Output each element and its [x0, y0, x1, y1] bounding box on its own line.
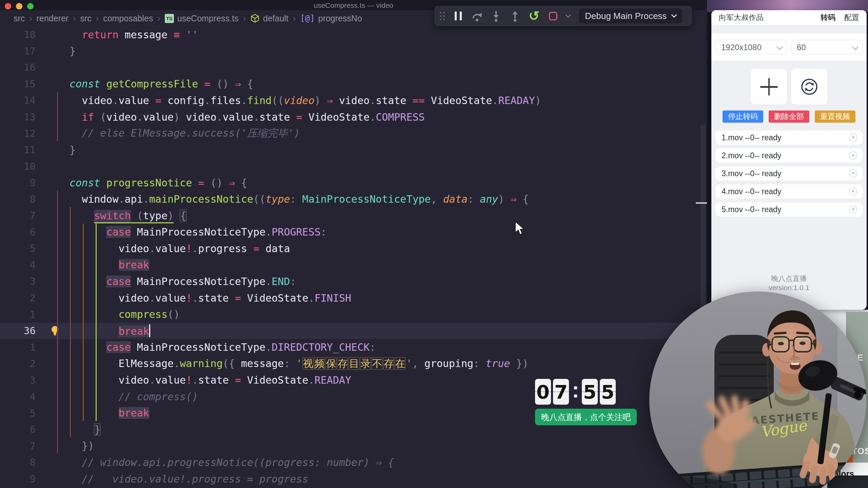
breadcrumb-item-file[interactable]: useCompress.ts — [177, 14, 239, 23]
code-line: 11} — [0, 142, 707, 158]
symbol-event-icon: [@] — [300, 14, 315, 23]
file-item[interactable]: 2.mov --0-- ready× — [715, 148, 863, 163]
app-title: 向军大叔作品 — [719, 13, 764, 23]
code-text: case MainProcessNoticeType.END: — [70, 276, 707, 287]
gutter[interactable] — [36, 26, 70, 43]
breadcrumb-item-default[interactable]: default — [263, 14, 289, 23]
remove-file-icon[interactable]: × — [849, 169, 857, 178]
code-text: compress() — [70, 308, 707, 320]
gutter[interactable] — [36, 92, 70, 109]
remove-file-icon[interactable]: × — [849, 205, 857, 214]
chevron-right-icon: › — [73, 14, 76, 23]
drag-handle-icon[interactable] — [440, 12, 445, 20]
gutter[interactable] — [36, 191, 70, 207]
gutter[interactable] — [36, 471, 70, 487]
gutter[interactable] — [36, 454, 70, 471]
remove-file-icon[interactable]: × — [849, 151, 857, 160]
gutter[interactable] — [36, 306, 70, 323]
menu-item-transcode[interactable]: 转码 — [821, 13, 835, 23]
gutter[interactable] — [36, 388, 70, 405]
code-line: 18 return message ≡ '' — [0, 26, 707, 43]
code-line: 4 break — [0, 257, 707, 273]
select-row: 1920x1080 60 — [711, 34, 867, 61]
step-into-button[interactable] — [490, 10, 502, 22]
gutter[interactable] — [36, 372, 70, 388]
gutter[interactable] — [36, 109, 70, 125]
line-number: 5 — [0, 243, 36, 254]
gutter[interactable] — [36, 240, 70, 257]
debug-target-dropdown[interactable]: Debug Main Process — [579, 8, 682, 23]
gutter[interactable] — [36, 207, 70, 224]
stop-transcode-button[interactable]: 停止转码 — [723, 110, 763, 123]
gutter[interactable] — [36, 405, 70, 422]
stop-button[interactable] — [547, 10, 559, 22]
gutter[interactable] — [36, 355, 70, 372]
line-number: 8 — [0, 194, 36, 205]
line-number: 13 — [0, 111, 36, 123]
code-text: } — [70, 144, 707, 156]
clock-colon — [571, 379, 580, 405]
menu-item-settings[interactable]: 配置 — [844, 13, 859, 23]
reset-videos-button[interactable]: 重置视频 — [815, 110, 855, 123]
code-text: } — [70, 45, 707, 57]
refresh-button[interactable] — [791, 69, 827, 105]
gutter[interactable] — [36, 142, 70, 158]
step-over-button[interactable] — [471, 10, 483, 22]
gutter[interactable] — [36, 43, 70, 60]
gutter[interactable] — [36, 290, 70, 306]
line-number: 10 — [0, 161, 36, 172]
resolution-select[interactable]: 1920x1080 — [715, 40, 787, 54]
footer-version: version:1.0.1 — [711, 283, 867, 292]
breadcrumb-item-renderer[interactable]: renderer — [37, 14, 69, 23]
pause-icon — [455, 12, 462, 20]
code-text: if (video.value) video.value.state = Vid… — [70, 111, 707, 123]
remove-file-icon[interactable]: × — [849, 134, 857, 142]
gutter[interactable] — [36, 438, 70, 454]
breadcrumb-item-symbol[interactable]: progressNo — [318, 14, 362, 23]
file-name: 1.mov --0-- ready — [722, 133, 781, 142]
breadcrumb-item-src2[interactable]: src — [80, 14, 91, 23]
gutter[interactable] — [36, 323, 70, 339]
step-out-icon — [509, 10, 521, 22]
stop-options-chevron-icon[interactable] — [566, 12, 571, 18]
code-text: video.value = config.files.find((video) … — [70, 95, 707, 106]
step-out-button[interactable] — [509, 10, 521, 22]
gutter[interactable] — [36, 175, 70, 191]
file-item[interactable]: 4.mov --0-- ready× — [715, 184, 863, 199]
pause-button[interactable] — [452, 10, 464, 22]
line-number: 36 — [0, 325, 36, 337]
gutter[interactable] — [36, 273, 70, 290]
gutter[interactable] — [36, 158, 70, 175]
gutter[interactable] — [36, 224, 70, 241]
lightbulb-icon[interactable] — [51, 325, 59, 339]
line-number: 9 — [0, 177, 36, 188]
line-number: 12 — [0, 128, 36, 139]
code-line: 17} — [0, 43, 707, 60]
file-item[interactable]: 3.mov --0-- ready× — [715, 166, 863, 181]
file-item[interactable]: 5.mov --0-- ready× — [715, 202, 863, 217]
gutter[interactable] — [36, 421, 70, 438]
code-line: 9 // video.value!.progress = progress — [0, 471, 707, 487]
gutter[interactable] — [36, 257, 70, 273]
delete-all-button[interactable]: 删除全部 — [769, 110, 809, 123]
breadcrumb-item-composables[interactable]: composables — [103, 14, 153, 23]
video-transcode-app: 向军大叔作品 转码 配置 1920x1080 60 停止转码删除全部重 — [711, 10, 867, 310]
restart-button[interactable]: ↺ — [528, 10, 540, 22]
file-name: 3.mov --0-- ready — [722, 169, 781, 178]
remove-file-icon[interactable]: × — [849, 187, 857, 196]
fps-select[interactable]: 60 — [791, 40, 863, 54]
breadcrumb-item-src[interactable]: src — [14, 14, 25, 23]
gutter[interactable] — [36, 339, 70, 355]
code-text: // else ElMessage.success('压缩完毕') — [70, 126, 707, 140]
code-text: break — [70, 259, 707, 271]
gutter[interactable] — [36, 125, 70, 142]
file-item[interactable]: 1.mov --0-- ready× — [715, 130, 863, 145]
code-line: 9const progressNotice = () ⇒ { — [0, 175, 707, 191]
add-video-button[interactable] — [751, 69, 787, 105]
debug-toolbar: ↺ Debug Main Process — [434, 5, 692, 26]
gutter[interactable] — [36, 76, 70, 93]
line-number: 4 — [0, 259, 36, 271]
screen: useCompress.ts — video src› renderer› sr… — [0, 0, 868, 488]
gutter[interactable] — [36, 59, 70, 76]
line-number: 17 — [0, 45, 36, 57]
